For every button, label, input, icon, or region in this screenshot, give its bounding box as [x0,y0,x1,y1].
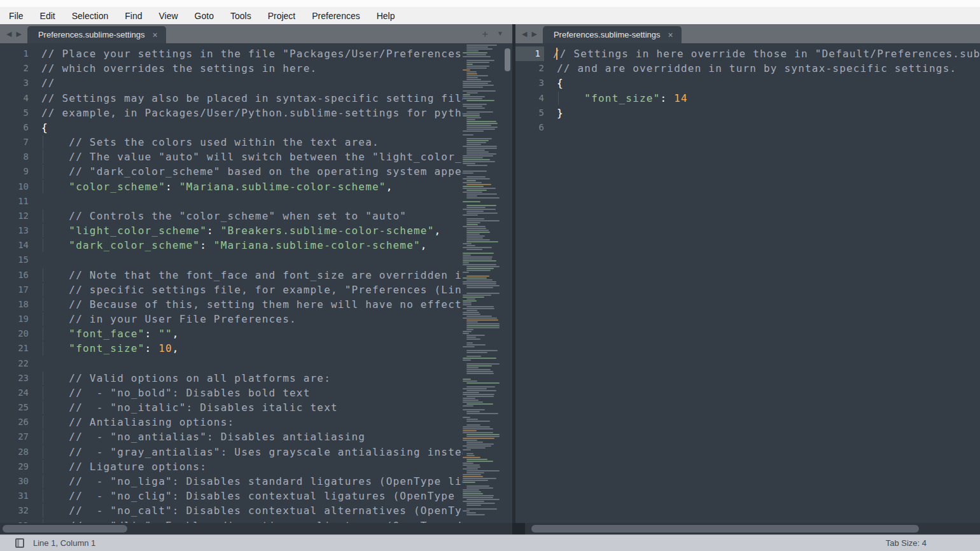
code-line[interactable]: 10 "color_scheme": "Mariana.sublime-colo… [0,179,512,194]
menu-item-view[interactable]: View [151,10,186,22]
menu-item-project[interactable]: Project [260,10,304,22]
menu-item-goto[interactable]: Goto [186,10,222,22]
code-line[interactable]: 27 // - "no_antialias": Disables antiali… [0,429,512,444]
left-vscrollbar-thumb[interactable] [505,48,510,71]
line-number: 24 [0,386,29,400]
right-hscrollbar-thumb[interactable] [531,525,919,533]
tab-overflow-icon[interactable]: ▼ [497,31,503,37]
code-line[interactable]: 1// Settings in here override those in "… [515,46,980,61]
line-number: 30 [0,474,29,489]
line-number: 18 [0,297,29,312]
line-number: 2 [0,61,29,76]
line-text [544,122,557,134]
menu-item-tools[interactable]: Tools [222,10,260,22]
menu-item-preferences[interactable]: Preferences [304,10,368,22]
tab-preferences-default[interactable]: Preferences.sublime-settings × [27,26,166,43]
code-line[interactable]: 24 // - "no_bold": Disables bold text [0,386,512,400]
line-text: // - "no_liga": Disables standard ligatu… [29,475,512,487]
statusbar: Line 1, Column 1 Tab Size: 4 [0,534,980,551]
menu-item-file[interactable]: File [1,10,32,22]
code-line[interactable]: 4 "font_size": 14 [515,91,980,106]
hscroll-row [0,523,980,534]
left-hscrollbar-thumb[interactable] [3,525,127,533]
code-line[interactable]: 19 // in your User File Preferences. [0,312,512,326]
code-line[interactable]: 26 // Antialiasing options: [0,415,512,429]
prev-tab-icon[interactable]: ◀ [6,31,11,38]
tab-size-indicator[interactable]: Tab Size: 4 [886,538,927,548]
code-line[interactable]: 28 // - "gray_antialias": Uses grayscale… [0,445,512,459]
code-line[interactable]: 3// [0,76,512,90]
code-line[interactable]: 20 "font_face": "", [0,326,512,341]
line-number: 17 [0,282,29,297]
next-tab-icon[interactable]: ▶ [531,31,536,38]
code-line[interactable]: 23 // Valid options on all platforms are… [0,371,512,386]
text-caret [556,48,557,60]
code-line[interactable]: 1// Place your settings in the file "Pac… [0,46,512,61]
indent-guide [43,342,43,355]
code-line[interactable]: 13 "light_color_scheme": "Breakers.subli… [0,223,512,238]
code-line[interactable]: 2// which overrides the settings in here… [0,61,512,76]
code-line[interactable]: 5} [515,106,980,120]
right-hscrollbar-track[interactable] [525,523,980,534]
code-line[interactable]: 3{ [515,76,980,90]
menu-item-selection[interactable]: Selection [64,10,117,22]
close-icon[interactable]: × [668,31,673,39]
line-number: 10 [0,179,29,194]
line-text: "dark_color_scheme": "Mariana.sublime-co… [29,239,428,251]
new-tab-icon[interactable]: + [482,29,488,39]
tab-title: Preferences.sublime-settings [554,30,661,39]
code-line[interactable]: 2// and are overridden in turn by syntax… [515,61,980,76]
line-number: 9 [0,164,29,179]
tab-preferences-user[interactable]: Preferences.sublime-settings × [543,26,682,43]
line-number: 5 [0,106,29,120]
code-line[interactable]: 17 // specific settings file, for exampl… [0,282,512,297]
code-line[interactable]: 5// example, in Packages/User/Python.sub… [0,106,512,120]
line-number: 5 [515,106,544,120]
code-line[interactable]: 6{ [0,120,512,135]
code-line[interactable]: 12 // Controls the "color_scheme" when s… [0,209,512,223]
minimap[interactable] [463,45,503,523]
menu-item-edit[interactable]: Edit [32,10,64,22]
code-line[interactable]: 15 [0,253,512,267]
line-number: 16 [0,268,29,282]
code-line[interactable]: 22 [0,356,512,371]
code-line[interactable]: 11 [0,194,512,209]
line-number: 4 [0,91,29,106]
prev-tab-icon[interactable]: ◀ [522,31,527,38]
close-icon[interactable]: × [153,31,158,39]
code-line[interactable]: 30 // - "no_liga": Disables standard lig… [0,474,512,489]
code-line[interactable]: 32 // - "no_calt": Disables contextual a… [0,503,512,518]
code-line[interactable]: 31 // - "no_clig": Disables contextual l… [0,489,512,503]
code-line[interactable]: 9 // "dark_color_scheme" based on the op… [0,164,512,179]
code-line[interactable]: 21 "font_size": 10, [0,341,512,356]
line-number: 26 [0,415,29,429]
right-code-area: 1// Settings in here override those in "… [515,43,980,523]
line-number: 28 [0,445,29,459]
indent-guide [43,401,43,414]
code-line[interactable]: 8 // The value "auto" will switch betwee… [0,150,512,164]
code-line[interactable]: 16 // Note that the font_face and font_s… [0,268,512,282]
cursor-position: Line 1, Column 1 [33,538,95,548]
left-vscrollbar-track[interactable] [503,43,512,523]
menu-item-find[interactable]: Find [116,10,150,22]
code-line[interactable]: 29 // Ligature options: [0,459,512,474]
left-editor[interactable]: 1// Place your settings in the file "Pac… [0,43,512,523]
line-number: 14 [0,238,29,253]
code-line[interactable]: 6 [515,120,980,135]
right-editor[interactable]: 1// Settings in here override those in "… [515,43,980,523]
line-text: // Note that the font_face and font_size… [29,269,512,281]
next-tab-icon[interactable]: ▶ [16,31,21,38]
line-number: 21 [0,341,29,356]
code-line[interactable]: 25 // - "no_italic": Disables italic tex… [0,400,512,415]
code-line[interactable]: 18 // Because of this, setting them here… [0,297,512,312]
line-text [29,254,41,266]
left-hscrollbar-track[interactable] [0,523,512,534]
line-number: 3 [0,76,29,90]
code-line[interactable]: 4// Settings may also be placed in synta… [0,91,512,106]
panel-switcher-icon[interactable] [15,538,24,548]
indent-guide [43,165,43,178]
code-line[interactable]: 7 // Sets the colors used within the tex… [0,135,512,150]
menu-item-help[interactable]: Help [368,10,403,22]
code-line[interactable]: 33 // - "dlig": Enables discretionary li… [0,519,512,524]
code-line[interactable]: 14 "dark_color_scheme": "Mariana.sublime… [0,238,512,253]
